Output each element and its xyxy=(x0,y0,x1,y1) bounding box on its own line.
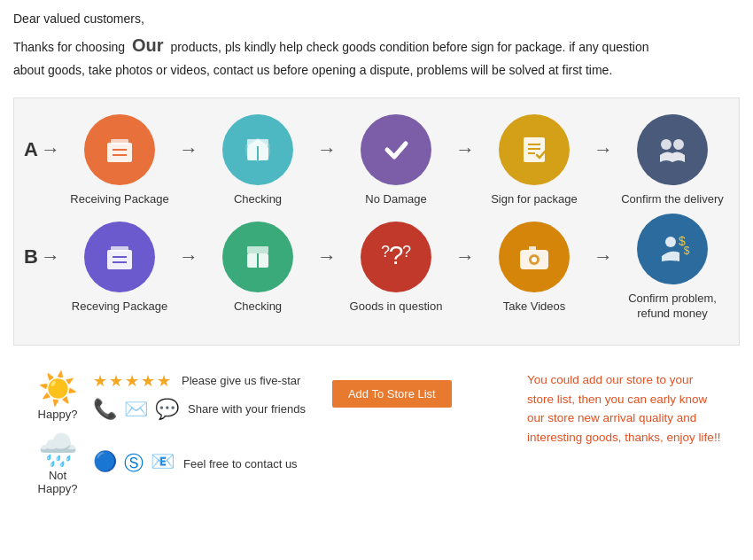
row-a-label: A xyxy=(23,138,39,183)
circle-b5: $ $ xyxy=(637,214,708,284)
share-text: Share with your friends xyxy=(188,402,306,416)
flow-row-b: B → Receving Package → Checking → xyxy=(23,214,730,322)
add-btn-wrapper: Add To Store List xyxy=(332,375,452,416)
arrow-b3: → xyxy=(455,245,475,291)
svg-rect-27 xyxy=(529,246,536,251)
circle-a3 xyxy=(361,114,431,185)
svg-rect-1 xyxy=(111,139,128,144)
arrow-b1: → xyxy=(179,245,198,291)
bottom-section: ☀️ Happy? ★★★★★ Please give us five-star… xyxy=(13,362,740,515)
flow-row-a: A → Receiving Package → Checking → xyxy=(23,114,730,207)
flow-item-b2: Checking xyxy=(200,222,315,315)
happy-row: ☀️ Happy? ★★★★★ Please give us five-star… xyxy=(31,370,509,421)
intro-post: products, pls kindly help check goods co… xyxy=(170,40,648,54)
svg-text:$: $ xyxy=(684,245,690,257)
flow-item-b4: Take Videos xyxy=(477,222,592,315)
label-a4: Sign for package xyxy=(491,192,578,207)
skype2-icon[interactable]: Ⓢ xyxy=(124,450,144,477)
five-star-text: Please give us five-star xyxy=(182,374,300,387)
share-row: 📞 ✉️ 💬 Share with your friends xyxy=(93,398,306,421)
flow-items-b: Receving Package → Checking → ? ? ? xyxy=(62,214,730,322)
label-a1: Receiving Package xyxy=(70,192,168,207)
arrow-b2: → xyxy=(317,245,337,291)
svg-point-12 xyxy=(661,139,671,150)
not-happy-icon-group: 🌧️ Not Happy? xyxy=(31,432,84,495)
circle-b1 xyxy=(84,222,155,292)
contact-text: Feel free to contact us xyxy=(183,457,298,471)
label-b2: Checking xyxy=(234,299,282,315)
flow-item-b5: $ $ Confirm problem, refund money xyxy=(615,214,730,322)
label-a5: Confirm the delivery xyxy=(621,192,724,207)
skype-icon[interactable]: 🔵 xyxy=(93,450,117,477)
circle-a4 xyxy=(499,114,570,185)
five-star-row: ★★★★★ Please give us five-star xyxy=(93,371,306,391)
label-a3: No Damage xyxy=(365,192,426,207)
flow-item-a2: Checking xyxy=(200,114,315,207)
flow-item-a1: Receiving Package xyxy=(62,114,177,207)
circle-a2 xyxy=(222,114,293,185)
svg-point-13 xyxy=(673,139,684,150)
intro-our: Our xyxy=(132,35,164,55)
svg-rect-6 xyxy=(247,139,268,146)
not-happy-row: 🌧️ Not Happy? 🔵 Ⓢ 📧 Feel free to contact… xyxy=(31,432,509,495)
happy-icon-group: ☀️ Happy? xyxy=(31,370,84,421)
svg-rect-14 xyxy=(107,250,132,269)
flow-section: A → Receiving Package → Checking → xyxy=(13,97,740,346)
stars: ★★★★★ xyxy=(93,371,173,391)
svg-text:?: ? xyxy=(389,240,404,269)
contact-icons: 🔵 Ⓢ 📧 xyxy=(93,450,175,477)
flow-item-a5: Confirm the delivery xyxy=(615,114,730,207)
label-b1: Receving Package xyxy=(72,299,167,315)
flow-item-b3: ? ? ? Goods in question xyxy=(338,222,454,315)
flow-item-a4: Sign for package xyxy=(477,114,592,207)
svg-point-28 xyxy=(665,237,676,247)
share-icons: 📞 ✉️ 💬 xyxy=(93,398,179,421)
contact-row: 🔵 Ⓢ 📧 Feel free to contact us xyxy=(93,450,298,477)
right-text: You could add our store to your store li… xyxy=(527,370,722,506)
svg-text:?: ? xyxy=(402,243,411,261)
mail2-icon[interactable]: 📧 xyxy=(151,450,175,477)
flow-item-a3: No Damage xyxy=(338,114,454,207)
svg-text:?: ? xyxy=(381,243,390,261)
label-b4: Take Videos xyxy=(503,299,566,315)
circle-a1 xyxy=(84,114,155,185)
circle-b4 xyxy=(499,222,570,292)
svg-point-26 xyxy=(532,257,537,262)
svg-rect-0 xyxy=(107,143,132,162)
flow-item-b1: Receving Package xyxy=(62,222,177,315)
label-a2: Checking xyxy=(234,192,282,207)
not-happy-label: Not Happy? xyxy=(31,469,84,495)
intro-pre: Thanks for choosing xyxy=(13,40,125,54)
arrow-a1: → xyxy=(179,138,198,183)
arrow-b4: → xyxy=(594,245,613,291)
label-b3: Goods in question xyxy=(350,299,443,315)
happy-label: Happy? xyxy=(31,408,84,421)
arrow-a3: → xyxy=(455,138,475,183)
label-b5: Confirm problem, refund money xyxy=(628,292,717,322)
intro-line3: about goods, take photos or videos, cont… xyxy=(13,60,740,82)
row-b-label: B xyxy=(23,245,39,291)
arrow-a-start: → xyxy=(41,138,60,183)
intro-line2: Thanks for choosing Our products, pls ki… xyxy=(13,30,740,60)
phone-icon[interactable]: 📞 xyxy=(93,398,117,421)
arrow-a4: → xyxy=(594,138,613,183)
cloud-icon: 🌧️ xyxy=(38,432,78,469)
intro-section: Dear valued customers, Thanks for choosi… xyxy=(13,9,740,82)
left-bottom: ☀️ Happy? ★★★★★ Please give us five-star… xyxy=(31,370,509,506)
svg-rect-19 xyxy=(247,246,268,253)
sun-icon: ☀️ xyxy=(38,370,78,408)
arrow-b-start: → xyxy=(41,245,60,291)
add-to-store-button[interactable]: Add To Store List xyxy=(332,380,452,408)
intro-line1: Dear valued customers, xyxy=(13,9,740,30)
chat-icon[interactable]: 💬 xyxy=(155,398,179,421)
flow-items-a: Receiving Package → Checking → No Damage… xyxy=(62,114,730,207)
arrow-a2: → xyxy=(317,138,337,183)
happy-content: ★★★★★ Please give us five-star 📞 ✉️ 💬 Sh… xyxy=(93,371,306,421)
circle-b3: ? ? ? xyxy=(361,222,431,292)
circle-b2 xyxy=(222,222,293,292)
svg-rect-15 xyxy=(111,246,128,252)
email-icon[interactable]: ✉️ xyxy=(124,398,148,421)
circle-a5 xyxy=(637,114,708,185)
